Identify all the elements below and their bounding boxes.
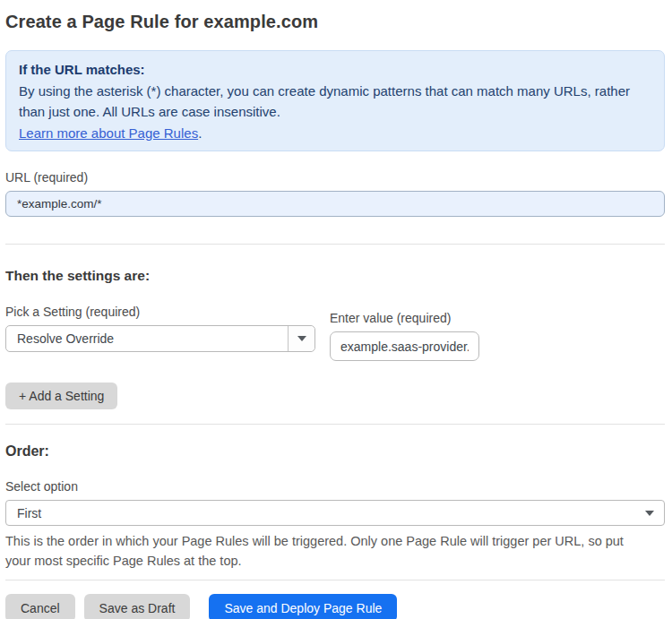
caret-down-icon	[645, 511, 654, 516]
link-suffix: .	[198, 125, 202, 141]
order-select-arrow-wrap	[645, 511, 664, 516]
divider	[5, 244, 665, 245]
settings-section-heading: Then the settings are:	[5, 268, 665, 284]
page-title: Create a Page Rule for example.com	[5, 11, 665, 32]
footer-actions: Cancel Save as Draft Save and Deploy Pag…	[5, 594, 665, 619]
url-match-info-box: If the URL matches: By using the asteris…	[5, 50, 665, 151]
setting-select-column: Pick a Setting (required) Resolve Overri…	[5, 305, 315, 352]
add-setting-button[interactable]: + Add a Setting	[5, 383, 117, 409]
order-select[interactable]: First	[5, 500, 665, 526]
divider	[5, 580, 665, 580]
setting-select-arrow-cell	[288, 326, 314, 351]
divider	[5, 424, 665, 425]
order-section-heading: Order:	[5, 443, 665, 460]
settings-row: Pick a Setting (required) Resolve Overri…	[5, 305, 665, 361]
setting-value-column: Enter value (required)	[330, 305, 479, 361]
order-select-label: Select option	[5, 479, 665, 494]
setting-value-input[interactable]	[330, 331, 479, 361]
info-box-heading: If the URL matches:	[19, 59, 651, 81]
info-box-link-line: Learn more about Page Rules.	[19, 123, 651, 144]
save-as-draft-button[interactable]: Save as Draft	[84, 594, 191, 619]
order-select-value: First	[6, 506, 645, 520]
save-and-deploy-button[interactable]: Save and Deploy Page Rule	[209, 594, 397, 619]
caret-down-icon	[297, 336, 306, 341]
url-input[interactable]	[5, 191, 665, 217]
order-help-text: This is the order in which your Page Rul…	[5, 531, 650, 571]
value-field-label: Enter value (required)	[330, 311, 479, 325]
info-box-body: By using the asterisk (*) character, you…	[19, 81, 651, 123]
cancel-button[interactable]: Cancel	[5, 594, 75, 619]
setting-select[interactable]: Resolve Override	[5, 325, 315, 352]
setting-select-value: Resolve Override	[6, 331, 288, 346]
create-page-rule-panel: Create a Page Rule for example.com If th…	[0, 0, 672, 619]
learn-more-link[interactable]: Learn more about Page Rules	[19, 125, 198, 141]
setting-select-label: Pick a Setting (required)	[5, 305, 315, 319]
url-field-label: URL (required)	[5, 170, 665, 185]
